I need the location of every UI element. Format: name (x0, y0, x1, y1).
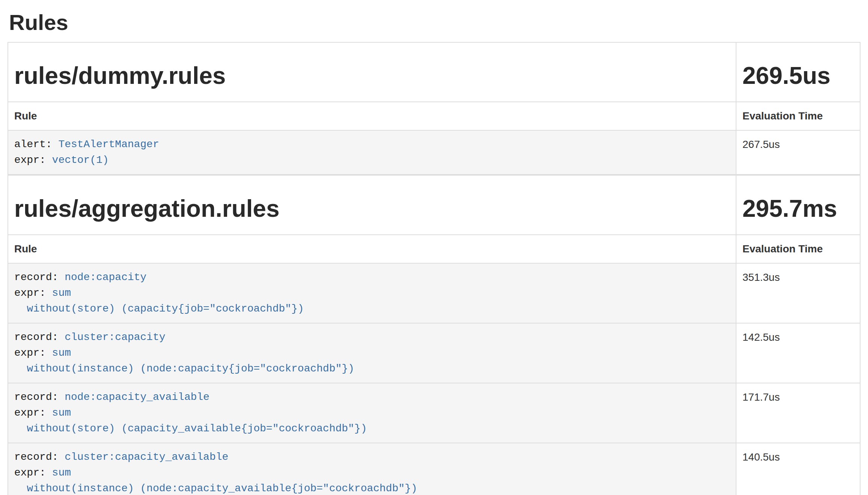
rule-code-line: record: node:capacity_available (14, 389, 730, 405)
rule-keyword: alert: (14, 139, 58, 150)
rule-link[interactable]: node:capacity_available (64, 391, 209, 403)
rule-group-table: rules/aggregation.rules 295.7ms Rule Eva… (7, 175, 861, 495)
group-header-row: rules/dummy.rules 269.5us (8, 42, 860, 102)
rule-link[interactable]: without(instance) (node:capacity{job="co… (14, 363, 354, 374)
rule-code-line: expr: sum (14, 405, 730, 421)
rule-code-line: record: cluster:capacity_available (14, 449, 730, 465)
rule-row: record: node:capacityexpr: sum without(s… (8, 263, 860, 323)
rule-evaluation-time: 140.5us (736, 443, 860, 495)
rule-keyword: record: (14, 451, 64, 463)
group-file-name: rules/dummy.rules (14, 63, 730, 89)
rule-code-line: expr: sum (14, 465, 730, 481)
evaluation-time-column-header: Evaluation Time (736, 102, 860, 130)
rule-evaluation-time: 171.7us (736, 383, 860, 443)
rule-row: alert: TestAlertManagerexpr: vector(1) 2… (8, 130, 860, 174)
rule-link[interactable]: sum (52, 347, 71, 359)
group-file-cell: rules/aggregation.rules (8, 175, 736, 235)
rule-code-line: expr: sum (14, 285, 730, 301)
rule-keyword: expr: (14, 347, 52, 359)
rule-evaluation-time: 267.5us (736, 130, 860, 174)
rules-page: Rules rules/dummy.rules 269.5us Rule Eva… (0, 10, 868, 495)
rule-code-line: without(store) (capacity{job="cockroachd… (14, 301, 730, 317)
rule-code-line: without(instance) (node:capacity{job="co… (14, 361, 730, 377)
rule-link[interactable]: without(store) (capacity_available{job="… (14, 423, 367, 434)
rule-group-table: rules/dummy.rules 269.5us Rule Evaluatio… (7, 42, 861, 175)
rule-definition-cell: record: cluster:capacity_availableexpr: … (8, 443, 736, 495)
group-total-cell: 269.5us (736, 42, 860, 102)
group-file-cell: rules/dummy.rules (8, 42, 736, 102)
rule-row: record: cluster:capacity_availableexpr: … (8, 443, 860, 495)
rule-code-line: expr: sum (14, 345, 730, 361)
group-total-cell: 295.7ms (736, 175, 860, 235)
rule-keyword: expr: (14, 467, 52, 479)
group-file-name: rules/aggregation.rules (14, 196, 730, 222)
rule-keyword: expr: (14, 407, 52, 419)
rule-code-line: without(store) (capacity_available{job="… (14, 421, 730, 437)
rule-link[interactable]: sum (52, 407, 71, 419)
rule-column-header: Rule (8, 235, 736, 263)
rule-link[interactable]: cluster:capacity_available (64, 451, 228, 463)
group-evaluation-total: 295.7ms (742, 196, 854, 222)
rule-keyword: record: (14, 391, 64, 403)
rule-link[interactable]: TestAlertManager (58, 139, 159, 150)
group-header-row: rules/aggregation.rules 295.7ms (8, 175, 860, 235)
rule-group-list: rules/dummy.rules 269.5us Rule Evaluatio… (7, 42, 861, 495)
rule-code-line: record: node:capacity (14, 270, 730, 285)
rule-keyword: record: (14, 271, 64, 283)
evaluation-time-column-header: Evaluation Time (736, 235, 860, 263)
rule-column-header: Rule (8, 102, 736, 130)
page-title: Rules (9, 10, 861, 34)
group-evaluation-total: 269.5us (742, 63, 854, 89)
rule-link[interactable]: sum (52, 467, 71, 479)
column-header-row: Rule Evaluation Time (8, 102, 860, 130)
column-header-row: Rule Evaluation Time (8, 235, 860, 263)
rule-code-line: record: cluster:capacity (14, 330, 730, 345)
rule-keyword: expr: (14, 154, 52, 166)
rule-link[interactable]: cluster:capacity (64, 331, 165, 343)
rule-row: record: cluster:capacityexpr: sum withou… (8, 323, 860, 383)
rule-code-line: expr: vector(1) (14, 152, 730, 168)
rule-keyword: expr: (14, 287, 52, 299)
rule-link[interactable]: without(store) (capacity{job="cockroachd… (14, 303, 304, 315)
rule-row: record: node:capacity_availableexpr: sum… (8, 383, 860, 443)
rule-evaluation-time: 142.5us (736, 323, 860, 383)
rule-keyword: record: (14, 331, 64, 343)
rule-link[interactable]: without(instance) (node:capacity_availab… (14, 483, 417, 494)
rule-definition-cell: alert: TestAlertManagerexpr: vector(1) (8, 130, 736, 174)
rule-link[interactable]: sum (52, 287, 71, 299)
rule-evaluation-time: 351.3us (736, 263, 860, 323)
rule-code-line: alert: TestAlertManager (14, 137, 730, 152)
rule-link[interactable]: vector(1) (52, 154, 109, 166)
rule-code-line: without(instance) (node:capacity_availab… (14, 481, 730, 495)
rule-definition-cell: record: node:capacity_availableexpr: sum… (8, 383, 736, 443)
rule-definition-cell: record: cluster:capacityexpr: sum withou… (8, 323, 736, 383)
rule-definition-cell: record: node:capacityexpr: sum without(s… (8, 263, 736, 323)
rule-link[interactable]: node:capacity (64, 271, 146, 283)
